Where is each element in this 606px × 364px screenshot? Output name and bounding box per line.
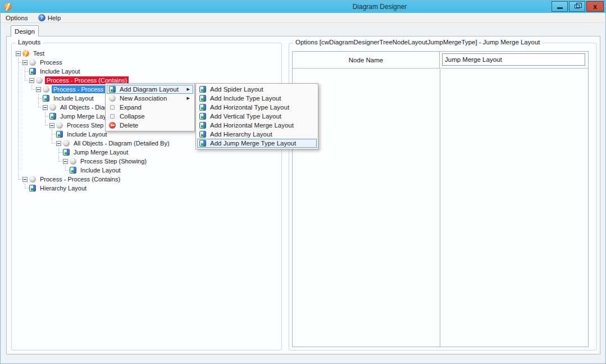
menu-item-icon-slot	[109, 104, 120, 111]
layout-icon	[109, 86, 116, 93]
tree-expander-collapse[interactable]	[63, 159, 68, 164]
tree-node-label[interactable]: Hierarchy Layout	[38, 184, 88, 192]
menu-item-icon-slot	[199, 113, 210, 120]
app-window: Diagram Designer x Options ? Help Design…	[0, 0, 606, 364]
submenu-arrow-icon: ▶	[187, 96, 191, 101]
association-icon	[63, 140, 70, 147]
tree-node-label[interactable]: Process	[38, 58, 64, 66]
tree-expander-collapse[interactable]	[16, 51, 21, 56]
tree-row: Process	[22, 58, 280, 67]
tree-node: Hierarchy Layout	[29, 184, 280, 193]
layout-icon	[199, 113, 206, 120]
designer-icon	[22, 50, 29, 57]
options-grid: Node Name	[292, 51, 589, 347]
layouts-groupbox-title: Layouts	[16, 39, 43, 46]
tree-expander-collapse[interactable]	[43, 105, 48, 110]
menu-help-label: Help	[48, 15, 61, 21]
layout-icon	[49, 113, 56, 120]
layout-icon	[29, 68, 36, 75]
layout-icon	[70, 167, 76, 174]
tree-expander-collapse[interactable]	[49, 123, 54, 128]
menu-item-add-spider-layout[interactable]: Add Spider Layout	[197, 85, 317, 94]
node-name-cell	[440, 52, 588, 68]
tree-node: Include Layout	[70, 166, 280, 175]
menu-item-icon-slot	[199, 122, 210, 129]
menu-item-label: Add Jump Merge Type Layout	[210, 140, 315, 147]
menu-item-label: Add Include Type Layout	[210, 95, 315, 102]
association-icon	[43, 86, 49, 93]
tree-node-label[interactable]: Jump Merge Layout	[72, 148, 130, 156]
tree-node-label[interactable]: Include Layout	[79, 166, 122, 174]
object-icon	[56, 122, 63, 129]
menu-item-icon-slot	[199, 104, 210, 111]
menu-options[interactable]: Options	[1, 13, 33, 22]
context-menu: Add Diagram Layout▶New Association▶Expan…	[105, 83, 195, 131]
menu-item-icon-slot	[199, 95, 210, 102]
tree-node: Process - Process (Contains)Hierarchy La…	[22, 175, 280, 193]
options-grid-divider	[440, 69, 440, 347]
menu-item-add-include-type-layout[interactable]: Add Include Type Layout	[197, 94, 317, 103]
tree-node-label[interactable]: Process Step (Showing)	[79, 157, 148, 165]
tree-row: Process - Process (Contains)	[22, 175, 280, 184]
layout-icon	[199, 95, 206, 102]
tree-expander-collapse[interactable]	[36, 87, 41, 92]
menu-item-add-vertical-type-layout[interactable]: Add Vertical Type Layout	[197, 112, 317, 121]
association-icon	[36, 77, 43, 84]
tree-row: Test	[16, 49, 280, 58]
close-icon: x	[593, 3, 597, 10]
tree-node: Process Step (Showing)Include Layout	[63, 157, 280, 175]
menu-item-collapse[interactable]: Collapse	[107, 112, 193, 121]
menu-item-add-horizontal-merge-layout[interactable]: Add Horizontal Merge Layout	[197, 121, 317, 130]
layout-icon	[63, 149, 70, 156]
tree-row: Include Layout	[70, 166, 280, 175]
window-controls: x	[550, 1, 604, 12]
object-icon	[70, 158, 76, 165]
menu-item-add-horizontal-type-layout[interactable]: Add Horizontal Type Layout	[197, 103, 317, 112]
tree-node-label[interactable]: Process - Process (Contains)	[38, 175, 122, 183]
menu-item-label: Add Hierarchy Layout	[210, 131, 315, 138]
menu-options-label: Options	[6, 15, 28, 21]
menu-item-label: Add Horizontal Merge Layout	[210, 122, 315, 129]
add-diagram-layout-submenu: Add Spider LayoutAdd Include Type Layout…	[195, 83, 318, 149]
tree-expander-collapse[interactable]	[29, 78, 34, 83]
options-grid-body	[293, 69, 588, 347]
layout-icon	[199, 122, 206, 129]
restore-button[interactable]	[569, 1, 585, 12]
menu-help[interactable]: ? Help	[33, 13, 66, 22]
menu-item-label: Delete	[120, 122, 191, 129]
tree-node-label[interactable]: Test	[31, 49, 46, 57]
minimize-button[interactable]	[552, 1, 568, 12]
menu-item-icon-slot	[109, 122, 120, 129]
tab-design[interactable]: Design	[11, 25, 39, 37]
menu-item-add-jump-merge-type-layout[interactable]: Add Jump Merge Type Layout	[197, 139, 317, 148]
options-groupbox-title: Options [cwDiagramDesignerTreeNodeLayout…	[293, 39, 543, 46]
layout-icon	[29, 185, 36, 192]
tree-expander-collapse[interactable]	[22, 177, 28, 182]
tree-expander-collapse[interactable]	[22, 60, 28, 65]
menu-item-delete[interactable]: Delete	[107, 121, 193, 130]
menubar: Options ? Help	[1, 13, 605, 23]
layout-icon	[199, 131, 206, 138]
tree-expander-collapse[interactable]	[56, 141, 61, 146]
node-name-input[interactable]	[442, 53, 585, 66]
menu-item-new-association[interactable]: New Association▶	[107, 94, 193, 103]
help-icon: ?	[38, 14, 45, 21]
tree-node-label[interactable]: Include Layout	[65, 130, 109, 138]
menu-item-add-diagram-layout[interactable]: Add Diagram Layout▶	[107, 85, 193, 94]
close-button[interactable]: x	[586, 1, 604, 12]
menu-item-label: Add Spider Layout	[210, 86, 315, 93]
expand-icon	[110, 105, 115, 110]
tree-node-label[interactable]: Include Layout	[52, 94, 95, 102]
menu-item-expand[interactable]: Expand	[107, 103, 193, 112]
layout-icon	[56, 131, 63, 138]
layout-icon	[199, 86, 206, 93]
diagram-designer-icon	[4, 3, 12, 11]
association-icon	[49, 104, 56, 111]
tree-node-label[interactable]: All Objects - Diagram (Detailed By)	[72, 139, 171, 147]
menu-item-icon-slot	[199, 140, 210, 147]
minimize-icon	[557, 7, 563, 9]
tree-node-label[interactable]: Include Layout	[38, 67, 82, 75]
menu-item-add-hierarchy-layout[interactable]: Add Hierarchy Layout	[197, 130, 317, 139]
node-name-header: Node Name	[293, 52, 440, 68]
window-title: Diagram Designer	[353, 3, 407, 11]
